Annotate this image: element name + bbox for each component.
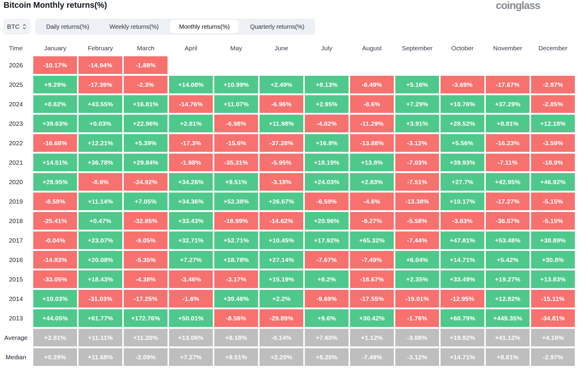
return-cell: -18.67% xyxy=(350,270,394,288)
return-cell: -3.69% xyxy=(441,76,484,93)
return-cell: +9.6% xyxy=(305,309,349,327)
return-cell: +4.16% xyxy=(531,329,575,346)
return-cell: +11.68% xyxy=(79,348,122,366)
return-cell: -2.97% xyxy=(531,76,575,93)
return-cell: -24.92% xyxy=(124,173,168,191)
return-cell: +39.63% xyxy=(33,115,77,132)
return-cell: -14.94% xyxy=(79,56,122,74)
return-cell: -4.38% xyxy=(124,270,168,288)
return-cell: +34.36% xyxy=(169,193,213,210)
return-cell: -7.67% xyxy=(305,251,349,269)
return-cell: +14.71% xyxy=(441,251,484,269)
return-cell: +2.20% xyxy=(260,348,303,366)
column-header-october: October xyxy=(441,42,484,54)
return-cell: +19.92% xyxy=(441,329,484,346)
coinglass-logo: coinglass xyxy=(496,0,540,13)
return-cell: +7.29% xyxy=(395,95,439,113)
return-cell: +14.08% xyxy=(169,76,213,93)
symbol-select[interactable]: BTC xyxy=(4,19,30,34)
return-cell: +0.62% xyxy=(33,95,77,113)
return-cell: +52.38% xyxy=(214,193,258,210)
return-cell: +26.67% xyxy=(260,193,303,210)
column-header-august: August xyxy=(350,42,394,54)
return-cell: +2.81% xyxy=(169,115,213,132)
return-cell: +9.51% xyxy=(214,173,258,191)
return-cell: +24.03% xyxy=(305,173,349,191)
return-cell: +32.71% xyxy=(169,231,213,249)
return-cell: +17.92% xyxy=(305,231,349,249)
monthly-returns-table: TimeJanuaryFebruaryMarchAprilMayJuneJuly… xyxy=(0,42,575,366)
return-cell: +13.83% xyxy=(531,270,575,288)
row-label-2022: 2022 xyxy=(0,134,32,152)
return-cell: -3.18% xyxy=(260,173,303,191)
return-cell: +8.81% xyxy=(486,348,530,366)
return-cell: +0.29% xyxy=(33,348,77,366)
return-cell: -16.23% xyxy=(486,134,530,152)
return-cell: -17.27% xyxy=(486,193,530,210)
row-label-2026: 2026 xyxy=(0,56,32,74)
return-cell: +30.42% xyxy=(350,309,394,327)
row-label-2019: 2019 xyxy=(0,193,32,210)
return-cell: +5.56% xyxy=(441,134,484,152)
return-cell: -6.59% xyxy=(305,193,349,210)
column-header-time: Time xyxy=(0,42,32,54)
return-cell: +38.89% xyxy=(531,231,575,249)
tab-weekly-returns[interactable]: Weekly returns(%) xyxy=(100,20,168,34)
return-cell: +10.17% xyxy=(441,193,484,210)
return-cell: -6.96% xyxy=(260,95,303,113)
column-header-january: January xyxy=(33,42,77,54)
return-cell: -25.41% xyxy=(33,212,77,230)
return-cell: +16.8% xyxy=(305,134,349,152)
empty-cell xyxy=(395,56,439,74)
return-cell: +6.04% xyxy=(395,251,439,269)
return-cell: +8.18% xyxy=(214,329,258,346)
return-cell: +18.19% xyxy=(305,154,349,171)
return-cell: +47.81% xyxy=(441,231,484,249)
return-cell: -3.83% xyxy=(441,212,484,230)
symbol-select-value: BTC xyxy=(7,23,20,30)
return-cell: -5.95% xyxy=(260,154,303,171)
return-cell: +2.2% xyxy=(260,290,303,308)
return-cell: +10.99% xyxy=(214,76,258,93)
return-cell: -13.38% xyxy=(395,193,439,210)
return-cell: -17.67% xyxy=(486,76,530,93)
tab-monthly-returns[interactable]: Monthly returns(%) xyxy=(170,20,239,34)
return-cell: +9.51% xyxy=(214,348,258,366)
return-cell: -36.57% xyxy=(486,212,530,230)
empty-cell xyxy=(350,56,394,74)
return-cell: -2.3% xyxy=(124,76,168,93)
return-cell: +13.06% xyxy=(169,329,213,346)
return-cell: -1.88% xyxy=(124,56,168,74)
return-cell: +14.51% xyxy=(33,154,77,171)
return-cell: -9.05% xyxy=(124,231,168,249)
return-cell: -2.85% xyxy=(531,95,575,113)
return-cell: -8.6% xyxy=(350,95,394,113)
return-cell: +43.55% xyxy=(79,95,122,113)
return-cell: +172.76% xyxy=(124,309,168,327)
return-cell: -5.15% xyxy=(531,193,575,210)
tab-quarterly-returns[interactable]: Quarterly returns(%) xyxy=(241,20,313,34)
return-cell: -33.05% xyxy=(33,270,77,288)
column-header-april: April xyxy=(169,42,213,54)
returns-period-tabs: Daily returns(%)Weekly returns(%)Monthly… xyxy=(35,19,315,35)
return-cell: +14.71% xyxy=(441,348,484,366)
row-label-average: Average xyxy=(0,329,32,346)
return-cell: -7.49% xyxy=(350,348,394,366)
page-title: Bitcoin Monthly returns(%) xyxy=(4,1,107,10)
return-cell: -17.25% xyxy=(124,290,168,308)
row-label-2013: 2013 xyxy=(0,309,32,327)
return-cell: -35.31% xyxy=(214,154,258,171)
return-cell: +5.39% xyxy=(124,134,168,152)
tab-daily-returns[interactable]: Daily returns(%) xyxy=(37,20,98,34)
column-header-february: February xyxy=(79,42,122,54)
row-label-2021: 2021 xyxy=(0,154,32,171)
return-cell: -11.29% xyxy=(350,115,394,132)
return-cell: +7.05% xyxy=(124,193,168,210)
return-cell: +10.76% xyxy=(441,95,484,113)
return-cell: +8.13% xyxy=(305,76,349,93)
empty-cell xyxy=(214,56,258,74)
return-cell: -3.59% xyxy=(531,134,575,152)
empty-cell xyxy=(305,56,349,74)
return-cell: -2.09% xyxy=(124,348,168,366)
return-cell: +15.19% xyxy=(260,270,303,288)
